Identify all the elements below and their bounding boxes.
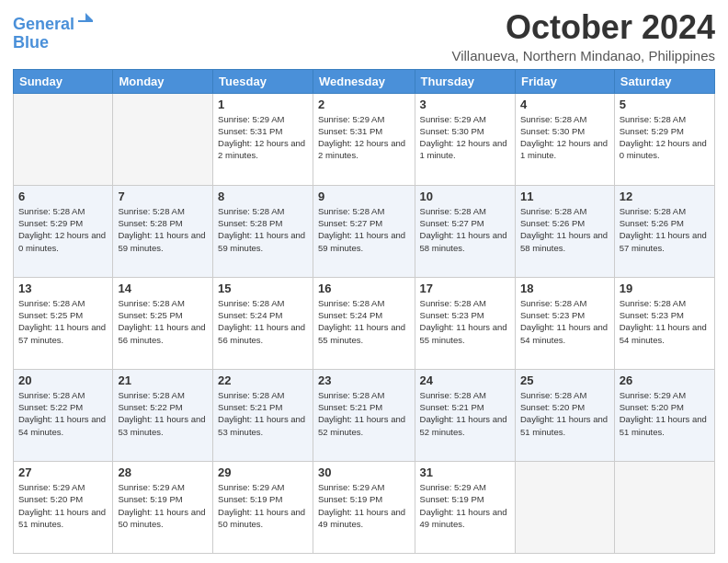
table-row (515, 461, 614, 553)
day-number: 9 (318, 190, 410, 203)
logo-general: General (13, 15, 74, 33)
day-info: Sunrise: 5:28 AM Sunset: 5:22 PM Dayligh… (118, 389, 208, 438)
table-row: 6 Sunrise: 5:28 AM Sunset: 5:29 PM Dayli… (14, 185, 113, 277)
day-info: Sunrise: 5:28 AM Sunset: 5:21 PM Dayligh… (218, 389, 308, 438)
day-number: 17 (420, 282, 510, 295)
page: General Blue October 2024 Villanueva, No… (0, 0, 728, 563)
table-row: 17 Sunrise: 5:28 AM Sunset: 5:23 PM Dayl… (415, 277, 515, 369)
day-number: 22 (218, 373, 308, 387)
header-wednesday: Wednesday (313, 69, 415, 93)
table-row: 29 Sunrise: 5:29 AM Sunset: 5:19 PM Dayl… (213, 461, 313, 553)
table-row (113, 93, 213, 185)
day-number: 27 (18, 465, 108, 479)
day-number: 4 (520, 98, 609, 111)
day-number: 3 (420, 98, 510, 111)
day-number: 23 (318, 373, 410, 387)
day-number: 6 (18, 190, 108, 203)
title-block: October 2024 Villanueva, Northern Mindan… (451, 9, 715, 63)
table-row: 5 Sunrise: 5:28 AM Sunset: 5:29 PM Dayli… (614, 93, 714, 185)
day-number: 8 (218, 190, 308, 203)
calendar-table: Sunday Monday Tuesday Wednesday Thursday… (13, 69, 715, 554)
header-thursday: Thursday (415, 69, 515, 93)
day-number: 13 (18, 282, 108, 295)
day-number: 30 (318, 465, 410, 479)
calendar-week-row: 20 Sunrise: 5:28 AM Sunset: 5:22 PM Dayl… (14, 369, 715, 461)
table-row: 28 Sunrise: 5:29 AM Sunset: 5:19 PM Dayl… (113, 461, 213, 553)
table-row: 24 Sunrise: 5:28 AM Sunset: 5:21 PM Dayl… (415, 369, 515, 461)
day-info: Sunrise: 5:28 AM Sunset: 5:28 PM Dayligh… (218, 205, 308, 254)
table-row (14, 93, 113, 185)
day-number: 26 (620, 373, 710, 387)
table-row: 15 Sunrise: 5:28 AM Sunset: 5:24 PM Dayl… (213, 277, 313, 369)
day-number: 15 (218, 282, 308, 295)
day-number: 19 (620, 282, 710, 295)
table-row: 21 Sunrise: 5:28 AM Sunset: 5:22 PM Dayl… (113, 369, 213, 461)
table-row: 27 Sunrise: 5:29 AM Sunset: 5:20 PM Dayl… (14, 461, 113, 553)
location-title: Villanueva, Northern Mindanao, Philippin… (451, 48, 715, 63)
day-info: Sunrise: 5:29 AM Sunset: 5:20 PM Dayligh… (18, 481, 108, 530)
table-row: 19 Sunrise: 5:28 AM Sunset: 5:23 PM Dayl… (614, 277, 714, 369)
header-sunday: Sunday (14, 69, 113, 93)
day-number: 16 (318, 282, 410, 295)
table-row: 10 Sunrise: 5:28 AM Sunset: 5:27 PM Dayl… (415, 185, 515, 277)
table-row: 16 Sunrise: 5:28 AM Sunset: 5:24 PM Dayl… (313, 277, 415, 369)
table-row: 4 Sunrise: 5:28 AM Sunset: 5:30 PM Dayli… (515, 93, 614, 185)
table-row: 30 Sunrise: 5:29 AM Sunset: 5:19 PM Dayl… (313, 461, 415, 553)
day-info: Sunrise: 5:28 AM Sunset: 5:25 PM Dayligh… (118, 297, 208, 346)
table-row: 2 Sunrise: 5:29 AM Sunset: 5:31 PM Dayli… (313, 93, 415, 185)
day-number: 28 (118, 465, 208, 479)
calendar-week-row: 27 Sunrise: 5:29 AM Sunset: 5:20 PM Dayl… (14, 461, 715, 553)
calendar-week-row: 13 Sunrise: 5:28 AM Sunset: 5:25 PM Dayl… (14, 277, 715, 369)
day-number: 2 (318, 98, 410, 111)
day-info: Sunrise: 5:28 AM Sunset: 5:21 PM Dayligh… (420, 389, 510, 438)
day-info: Sunrise: 5:28 AM Sunset: 5:26 PM Dayligh… (520, 205, 609, 254)
day-number: 21 (118, 373, 208, 387)
day-info: Sunrise: 5:28 AM Sunset: 5:29 PM Dayligh… (18, 205, 108, 254)
table-row: 8 Sunrise: 5:28 AM Sunset: 5:28 PM Dayli… (213, 185, 313, 277)
table-row (614, 461, 714, 553)
calendar-week-row: 1 Sunrise: 5:29 AM Sunset: 5:31 PM Dayli… (14, 93, 715, 185)
table-row: 18 Sunrise: 5:28 AM Sunset: 5:23 PM Dayl… (515, 277, 614, 369)
table-row: 31 Sunrise: 5:29 AM Sunset: 5:19 PM Dayl… (415, 461, 515, 553)
table-row: 3 Sunrise: 5:29 AM Sunset: 5:30 PM Dayli… (415, 93, 515, 185)
day-info: Sunrise: 5:28 AM Sunset: 5:28 PM Dayligh… (118, 205, 208, 254)
day-info: Sunrise: 5:29 AM Sunset: 5:19 PM Dayligh… (118, 481, 208, 530)
day-info: Sunrise: 5:28 AM Sunset: 5:20 PM Dayligh… (520, 389, 609, 438)
table-row: 14 Sunrise: 5:28 AM Sunset: 5:25 PM Dayl… (113, 277, 213, 369)
day-number: 20 (18, 373, 108, 387)
day-info: Sunrise: 5:29 AM Sunset: 5:19 PM Dayligh… (318, 481, 410, 530)
header: General Blue October 2024 Villanueva, No… (13, 9, 715, 63)
table-row: 23 Sunrise: 5:28 AM Sunset: 5:21 PM Dayl… (313, 369, 415, 461)
header-tuesday: Tuesday (213, 69, 313, 93)
day-info: Sunrise: 5:29 AM Sunset: 5:19 PM Dayligh… (218, 481, 308, 530)
day-info: Sunrise: 5:28 AM Sunset: 5:22 PM Dayligh… (18, 389, 108, 438)
header-friday: Friday (515, 69, 614, 93)
table-row: 20 Sunrise: 5:28 AM Sunset: 5:22 PM Dayl… (14, 369, 113, 461)
day-number: 12 (620, 190, 710, 203)
day-info: Sunrise: 5:28 AM Sunset: 5:23 PM Dayligh… (620, 297, 710, 346)
day-number: 7 (118, 190, 208, 203)
day-number: 18 (520, 282, 609, 295)
table-row: 13 Sunrise: 5:28 AM Sunset: 5:25 PM Dayl… (14, 277, 113, 369)
day-number: 31 (420, 465, 510, 479)
logo: General Blue (13, 13, 95, 52)
table-row: 25 Sunrise: 5:28 AM Sunset: 5:20 PM Dayl… (515, 369, 614, 461)
table-row: 12 Sunrise: 5:28 AM Sunset: 5:26 PM Dayl… (614, 185, 714, 277)
day-info: Sunrise: 5:29 AM Sunset: 5:20 PM Dayligh… (620, 389, 710, 438)
logo-blue: Blue (13, 34, 95, 52)
day-info: Sunrise: 5:28 AM Sunset: 5:27 PM Dayligh… (420, 205, 510, 254)
svg-rect-1 (78, 20, 93, 22)
table-row: 26 Sunrise: 5:29 AM Sunset: 5:20 PM Dayl… (614, 369, 714, 461)
day-info: Sunrise: 5:29 AM Sunset: 5:31 PM Dayligh… (218, 113, 308, 162)
logo-text: General (13, 13, 95, 34)
table-row: 11 Sunrise: 5:28 AM Sunset: 5:26 PM Dayl… (515, 185, 614, 277)
day-info: Sunrise: 5:28 AM Sunset: 5:24 PM Dayligh… (218, 297, 308, 346)
month-title: October 2024 (451, 9, 715, 46)
day-number: 14 (118, 282, 208, 295)
day-info: Sunrise: 5:28 AM Sunset: 5:25 PM Dayligh… (18, 297, 108, 346)
calendar-week-row: 6 Sunrise: 5:28 AM Sunset: 5:29 PM Dayli… (14, 185, 715, 277)
day-info: Sunrise: 5:28 AM Sunset: 5:27 PM Dayligh… (318, 205, 410, 254)
day-number: 25 (520, 373, 609, 387)
day-number: 5 (620, 98, 710, 111)
header-monday: Monday (113, 69, 213, 93)
